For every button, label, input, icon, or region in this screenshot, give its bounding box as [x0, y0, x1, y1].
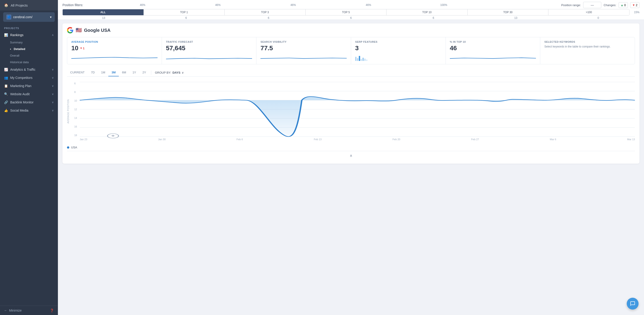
x-label-feb20: Feb 20	[392, 138, 400, 141]
top5-percent: 46%	[256, 4, 331, 7]
project-name: cerebral.com/	[13, 15, 32, 19]
marketing-icon: 📋	[4, 84, 8, 88]
audit-icon: 🔍	[4, 92, 8, 96]
time-1y-button[interactable]: 1Y	[129, 69, 139, 76]
x-label-feb13: Feb 13	[314, 138, 322, 141]
x-label-feb27: Feb 27	[471, 138, 479, 141]
time-2y-button[interactable]: 2Y	[139, 69, 149, 76]
metrics-row: AVERAGE POSITION 10 ▼ 1 TRAFFIC FORECAST	[67, 37, 635, 64]
sidebar-item-marketing[interactable]: 📋 Marketing Plan ∨	[0, 82, 58, 90]
sidebar-item-audit[interactable]: 🔍 Website Audit ∨	[0, 90, 58, 98]
time-3m-button[interactable]: 3M	[108, 69, 119, 76]
sidebar-item-social[interactable]: 👍 Social Media ∨	[0, 106, 58, 115]
google-logo-icon	[67, 27, 73, 34]
chevron-down-icon: ∨	[182, 71, 184, 74]
filter-top3-button[interactable]: TOP 3	[224, 9, 306, 15]
x-axis-labels: Jan 23 Jan 30 Feb 6 Feb 13 Feb 20 Feb 27…	[73, 137, 635, 141]
filter-top1-button[interactable]: TOP 1	[144, 9, 225, 15]
sidebar-item-backlink[interactable]: 🔗 Backlink Monitor ∨	[0, 98, 58, 106]
changes-percent: 15%	[634, 11, 640, 14]
search-visibility-chart	[260, 54, 347, 61]
top3-percent: 46%	[180, 4, 256, 7]
filter-top10-button[interactable]: TOP 10	[386, 9, 468, 15]
chat-button[interactable]	[627, 298, 638, 309]
position-range-input[interactable]: —	[583, 2, 601, 8]
top30-percent: 100%	[406, 4, 482, 7]
time-current-button[interactable]: CURRENT	[67, 69, 88, 76]
sidebar-item-detailed[interactable]: Detailed	[0, 46, 58, 52]
chart-legend: USA	[67, 146, 635, 149]
filter-top30-button[interactable]: TOP 30	[468, 9, 549, 15]
sidebar-item-overall[interactable]: Overall	[0, 52, 58, 59]
top10-percent: 46%	[331, 4, 406, 7]
all-count: 13	[62, 16, 145, 20]
minimize-button[interactable]: ← Minimize ❓	[0, 306, 58, 315]
changes-up-value: 0	[624, 4, 626, 7]
changes-down-badge[interactable]: ▼ 2	[630, 2, 640, 8]
metric-pct-top10: % IN TOP 10 46	[446, 37, 540, 64]
collapse-button[interactable]: ∧	[67, 151, 635, 160]
competitors-label: My Competitors	[10, 76, 32, 80]
all-projects-label: All Projects	[11, 4, 28, 7]
avg-position-chart	[71, 54, 158, 61]
chevron-down-icon: ∨	[52, 109, 54, 112]
legend-dot	[67, 146, 69, 149]
metric-serp-features: SERP FEATURES 3	[351, 37, 446, 64]
divider	[151, 71, 151, 75]
search-visibility-label: SEARCH VISIBILITY	[260, 41, 347, 43]
filter-all-button[interactable]: ALL	[63, 9, 144, 15]
group-by-label: GROUP BY:	[155, 71, 171, 74]
sidebar-item-summary[interactable]: Summary	[0, 39, 58, 46]
filter-top5-button[interactable]: TOP 5	[306, 9, 387, 15]
audit-label: Website Audit	[10, 92, 30, 96]
group-by-selector[interactable]: GROUP BY: DAYS ∨	[155, 71, 184, 74]
chevron-up-icon: ∧	[350, 153, 352, 158]
avg-position-value: 10 ▼ 1	[71, 45, 158, 52]
overall-label: Overall	[10, 54, 19, 57]
google-title: Google USA	[84, 28, 110, 33]
y-axis-labels: 6 8 10 12 14 16 18	[73, 82, 80, 137]
sidebar-item-analytics[interactable]: 📈 Analytics & Traffic ∨	[0, 66, 58, 74]
serp-features-chart	[355, 54, 442, 61]
x-label-mar13: Mar 13	[627, 138, 635, 141]
help-icon[interactable]: ❓	[50, 309, 54, 312]
y-label-18: 18	[74, 134, 79, 137]
chat-icon	[630, 301, 635, 306]
chevron-down-icon: ∨	[52, 93, 54, 96]
sidebar-item-historical[interactable]: Historical data	[0, 59, 58, 66]
time-7d-button[interactable]: 7D	[88, 69, 98, 76]
x-label-mar6: Mar 6	[550, 138, 556, 141]
y-label-10: 10	[74, 99, 79, 102]
avg-position-badge: ▼ 1	[80, 47, 84, 50]
svg-text:+: +	[111, 134, 115, 138]
time-controls: CURRENT 7D 1M 3M 6M 1Y 2Y GROUP BY: DAYS…	[67, 69, 635, 77]
metric-search-visibility: SEARCH VISIBILITY 77.5	[256, 37, 351, 64]
top30-count: 13	[474, 16, 557, 20]
changes-label: Changes:	[604, 4, 616, 7]
google-section: 🇺🇸 Google USA AVERAGE POSITION 10 ▼ 1	[62, 24, 640, 164]
avg-position-label: AVERAGE POSITION	[71, 41, 158, 43]
filter-over100-button[interactable]: >100	[548, 9, 629, 15]
sidebar-item-rankings[interactable]: 📊 Rankings ∧	[0, 31, 58, 39]
filter-button-group: ALL TOP 1 TOP 3 TOP 5 TOP 10 TOP 30 >100	[62, 9, 630, 16]
selected-keywords-label: SELECTED KEYWORDS	[544, 41, 630, 43]
pct-top10-label: % IN TOP 10	[450, 41, 536, 43]
time-1m-button[interactable]: 1M	[98, 69, 108, 76]
serp-features-value: 3	[355, 45, 442, 52]
marketing-label: Marketing Plan	[10, 84, 31, 88]
top1-count: 6	[145, 16, 227, 20]
y-label-12: 12	[74, 108, 79, 111]
project-selector[interactable]: 🔵 cerebral.com/ ▾	[3, 12, 55, 22]
usa-flag-icon: 🇺🇸	[76, 27, 82, 33]
traffic-forecast-label: TRAFFIC FORECAST	[166, 41, 252, 43]
chevron-down-icon: ∨	[52, 101, 54, 104]
pct-top10-chart	[450, 54, 536, 61]
chevron-down-icon: ∨	[52, 68, 54, 71]
y-label-8: 8	[74, 91, 79, 93]
sidebar-item-competitors[interactable]: 👥 My Competitors ∨	[0, 74, 58, 82]
all-projects-link[interactable]: 🏠 All Projects	[0, 0, 58, 11]
changes-up-badge[interactable]: ▲ 0	[618, 2, 628, 8]
traffic-forecast-value: 57,645	[166, 45, 252, 52]
time-6m-button[interactable]: 6M	[119, 69, 129, 76]
rankings-label: Rankings	[10, 33, 24, 37]
